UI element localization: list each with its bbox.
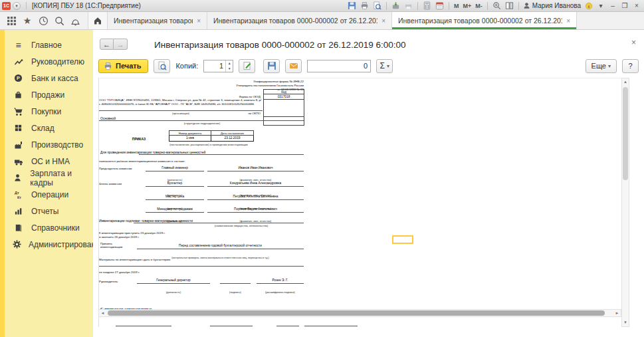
head-position-block: Генеральный директор(должность) [137,279,210,296]
home-icon [93,16,102,25]
print-icon[interactable] [360,1,370,11]
sidebar-item-label: Отчеты [31,207,58,216]
stepper-up-icon[interactable]: ▲ [226,60,233,66]
ack-position-block: (должность) [116,321,171,327]
sidebar-item-fixed-assets[interactable]: ОС и НМА [5,153,93,169]
selected-cell[interactable] [392,235,413,244]
sidebar-item-purchases[interactable]: Покупки [5,103,93,120]
history-clock-icon[interactable] [37,15,49,27]
more-button[interactable]: Еще ▾ [586,59,617,73]
send-email-button[interactable] [285,59,302,73]
prikaz-title: ПРИКАЗ [112,137,165,141]
preview-button[interactable] [154,59,170,73]
back-button[interactable]: ← [100,39,114,50]
division-line [99,120,304,121]
prikaz-caption: (постановление, распоряжение) о проведен… [146,143,272,146]
sidebar-item-administration[interactable]: Администрирование [5,236,93,253]
print-button[interactable]: Печать [98,59,148,73]
close-window-button[interactable]: × [632,1,641,10]
separator [487,2,488,10]
print-preview-icon[interactable] [372,1,382,11]
bag-icon [13,90,24,100]
print-current-icon[interactable] [403,1,413,11]
sidebar-item-bank-cash[interactable]: Банк и касса [5,70,93,86]
print-preview-area[interactable]: Унифицированная форма № ИНВ-22 Утвержден… [98,78,621,327]
tab-close-icon[interactable]: × [197,17,201,25]
scroll-down-icon[interactable]: ▼ [622,319,629,326]
save-icon[interactable] [347,1,357,11]
sidebar-item-label: Производство [31,140,83,150]
gear-icon [13,239,21,250]
scroll-up-icon[interactable]: ▲ [622,78,629,86]
cart-icon [13,106,24,117]
sidebar-item-operations[interactable]: Операции [5,186,93,203]
code-header: Код [264,90,304,94]
vertical-scroll-thumb[interactable] [623,87,628,180]
tab-inventory-doc-2-active[interactable]: Инвентаризация товаров 0000-000002 от 26… [392,12,577,29]
sidebar-item-warehouse[interactable]: Склад [5,120,93,136]
reason-label-2: инвентаризации [100,245,122,249]
horizontal-scroll-thumb[interactable] [108,310,605,316]
search-icon[interactable] [53,15,65,27]
sum-field[interactable]: 0 [307,60,371,72]
sum-sigma-button[interactable]: Σ ▾ [376,59,393,73]
separator [518,2,519,10]
ack-date-block: дата [210,321,253,327]
forward-button[interactable]: → [114,39,128,50]
printer-icon [104,62,112,70]
sidebar-item-production[interactable]: Производство [5,136,93,153]
home-tab[interactable] [88,12,108,29]
attach-icon[interactable] [391,1,401,11]
for-line-underline [139,154,304,155]
subject-caption: (наименование имущества, обязательства) [179,224,304,227]
materials-underline [99,266,304,267]
sidebar-item-manager[interactable]: Руководителю [5,53,93,70]
tab-label: Инвентаризация товаров [114,17,193,25]
calculator-icon[interactable] [422,1,432,11]
sidebar-item-main[interactable]: ≡Главное [5,37,93,53]
okud-value: 0317018 [264,94,304,100]
sidebar-item-label: Продажи [31,90,64,100]
calendar-icon[interactable] [435,1,445,11]
horizontal-scrollbar[interactable]: ◄ ► [98,309,621,317]
stepper-down-icon[interactable]: ▼ [226,66,233,72]
split-view-icon[interactable] [504,1,514,11]
copies-value[interactable]: 1 [204,60,225,72]
scroll-left-icon[interactable]: ◄ [99,310,106,316]
sidebar-item-salary-hr[interactable]: Зарплата и кадры [5,169,93,186]
ruble-circle-icon [13,73,24,84]
vertical-scrollbar[interactable]: ▲ ▼ [621,78,629,327]
tab-close-icon[interactable]: × [381,17,385,25]
sidebar-item-references[interactable]: Справочники [5,219,93,236]
copies-stepper[interactable]: 1 ▲ ▼ [203,60,233,72]
favorites-star-icon[interactable]: ★ [21,15,33,27]
current-user[interactable]: Мария Иванова [523,2,581,9]
memory-mplus-button[interactable]: M+ [463,3,473,9]
okpo-value-cell [264,117,304,125]
all-functions-icon[interactable] [5,15,17,27]
memory-m-button[interactable]: M [453,3,460,9]
maximize-button[interactable]: ❐ [620,1,629,10]
info-icon[interactable] [584,1,593,11]
sidebar-item-sales[interactable]: Продажи [5,86,93,103]
tab-close-icon[interactable]: × [566,17,570,25]
print-button-label: Печать [116,62,141,70]
memory-mminus-button[interactable]: M- [475,3,483,9]
notifications-bell-icon[interactable] [69,15,81,27]
titlebar-menu-caret[interactable]: ▾ [596,1,605,10]
trend-chart-icon [13,56,24,67]
save-file-button[interactable] [263,59,280,73]
minimize-button[interactable]: – [608,1,617,10]
sidebar-item-reports[interactable]: Отчеты [5,203,93,219]
tab-inventory-doc-1[interactable]: Инвентаризация товаров 0000-000002 от 26… [207,12,392,29]
close-document-icon[interactable]: × [631,38,636,47]
scroll-right-icon[interactable]: ► [613,310,621,316]
edit-button[interactable] [239,59,255,73]
zoom-icon[interactable] [492,1,502,11]
tab-inventory-list[interactable]: Инвентаризация товаров × [108,12,207,29]
help-button[interactable]: ? [622,59,639,73]
sidebar-item-label: Операции [31,190,68,199]
number-header: Номер документа [169,130,211,136]
system-menu-button[interactable]: ▾ [13,2,21,10]
chairman-label: Председатель комиссии [99,167,132,171]
